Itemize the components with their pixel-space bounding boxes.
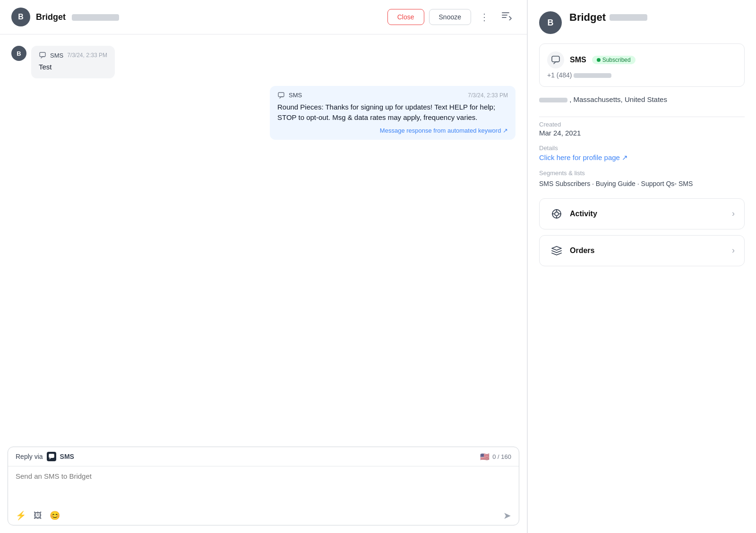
svg-rect-2	[49, 454, 54, 458]
activity-card[interactable]: Activity ›	[539, 198, 745, 229]
char-count: 🇺🇸 0 / 160	[480, 452, 511, 461]
reply-textarea[interactable]	[8, 466, 519, 504]
more-options-button[interactable]: ⋮	[476, 9, 493, 25]
message-meta: SMS 7/3/24, 2:33 PM	[39, 51, 107, 59]
details-section: Details Click here for profile page ↗	[539, 144, 745, 162]
snooze-button[interactable]: Snooze	[429, 9, 471, 25]
contact-name: Bridget	[36, 12, 382, 22]
created-section: Created Mar 24, 2021	[539, 121, 745, 137]
sms-small-icon	[47, 452, 56, 461]
right-contact-avatar: B	[539, 11, 562, 34]
sms-phone-number: +1 (484)	[547, 71, 737, 79]
outgoing-message-meta: SMS 7/3/24, 2:33 PM	[277, 92, 508, 99]
char-count-value: 0 / 160	[492, 453, 511, 460]
svg-rect-0	[40, 52, 45, 57]
reply-sms-label: SMS	[60, 453, 74, 460]
dots-icon: ⋮	[480, 11, 489, 23]
created-date: Mar 24, 2021	[539, 129, 745, 137]
send-icon: ➤	[503, 510, 511, 521]
segments-section: Segments & lists SMS Subscribers · Buyin…	[539, 169, 745, 189]
right-name-redacted	[610, 14, 647, 21]
reply-header: Reply via SMS 🇺🇸 0 / 160	[8, 447, 519, 466]
orders-icon	[549, 243, 564, 258]
conversation-header: B Bridget Close Snooze ⋮	[0, 0, 527, 34]
sms-card-icon	[547, 51, 564, 68]
profile-page-link[interactable]: Click here for profile page ↗	[539, 153, 745, 162]
sms-card-header: SMS Subscribed	[547, 51, 737, 68]
right-panel: B Bridget SMS Subscribed +1 (484)	[527, 0, 756, 533]
location-section: , Massachusetts, United States	[539, 94, 745, 105]
details-label: Details	[539, 144, 745, 152]
message-row-incoming: B SMS 7/3/24, 2:33 PM Test	[11, 46, 515, 78]
phone-redacted	[574, 73, 611, 78]
subscribed-badge: Subscribed	[592, 56, 636, 64]
outgoing-sms-channel-icon	[277, 92, 285, 99]
message-row-outgoing: SMS 7/3/24, 2:33 PM Round Pieces: Thanks…	[11, 86, 515, 140]
emoji-button[interactable]: 😊	[50, 510, 60, 521]
message-timestamp: 7/3/24, 2:33 PM	[67, 52, 107, 59]
left-panel: B Bridget Close Snooze ⋮ B	[0, 0, 527, 533]
divider-1	[539, 117, 745, 117]
profile-link-text: Click here for profile page	[539, 153, 620, 161]
outgoing-message-bubble: SMS 7/3/24, 2:33 PM Round Pieces: Thanks…	[270, 86, 515, 140]
name-redacted	[72, 14, 119, 21]
incoming-message-bubble: SMS 7/3/24, 2:33 PM Test	[31, 46, 115, 78]
emoji-icon: 😊	[50, 510, 60, 521]
close-button[interactable]: Close	[387, 9, 424, 25]
sms-channel-icon	[39, 51, 46, 59]
right-contact-name: Bridget	[569, 11, 647, 24]
message-avatar: B	[11, 46, 26, 61]
outgoing-message-timestamp: 7/3/24, 2:33 PM	[468, 92, 508, 99]
header-actions: Close Snooze ⋮	[387, 9, 515, 25]
assign-icon	[501, 12, 512, 23]
location-text: , Massachusetts, United States	[539, 94, 745, 105]
subscribed-label: Subscribed	[602, 57, 631, 63]
quick-replies-button[interactable]: ⚡	[16, 510, 26, 521]
activity-icon	[549, 206, 564, 221]
svg-point-5	[555, 212, 558, 216]
lightning-icon: ⚡	[16, 510, 26, 521]
image-button[interactable]: 🖼	[34, 511, 42, 521]
location-redacted	[539, 98, 567, 102]
orders-chevron-icon: ›	[732, 245, 735, 255]
reply-toolbar: ⚡ 🖼 😊 ➤	[8, 506, 519, 525]
external-link-icon: ↗	[503, 127, 508, 134]
created-label: Created	[539, 121, 745, 128]
reply-box: Reply via SMS 🇺🇸 0 / 160 ⚡ 🖼 😊	[8, 447, 519, 525]
right-header: B Bridget	[539, 11, 745, 34]
segments-label: Segments & lists	[539, 169, 745, 177]
subscribed-dot	[597, 58, 601, 62]
activity-label: Activity	[570, 210, 726, 218]
sms-card-title: SMS	[570, 56, 586, 64]
outgoing-channel-label: SMS	[289, 92, 302, 99]
send-button[interactable]: ➤	[503, 510, 511, 521]
svg-rect-3	[552, 56, 559, 62]
message-text: Test	[39, 62, 107, 73]
image-icon: 🖼	[34, 511, 42, 521]
chat-area: B SMS 7/3/24, 2:33 PM Test	[0, 34, 527, 447]
orders-card[interactable]: Orders ›	[539, 235, 745, 266]
segments-text: SMS Subscribers · Buying Guide · Support…	[539, 178, 745, 189]
contact-avatar: B	[11, 8, 30, 26]
external-link-icon: ↗	[622, 153, 628, 162]
sms-contact-card: SMS Subscribed +1 (484)	[539, 43, 745, 87]
channel-label: SMS	[50, 52, 63, 59]
flag-icon: 🇺🇸	[480, 452, 490, 461]
assign-button[interactable]	[498, 10, 515, 25]
outgoing-message-text: Round Pieces: Thanks for signing up for …	[277, 102, 508, 123]
reply-via-label: Reply via	[16, 453, 43, 460]
automated-keyword-link[interactable]: Message response from automated keyword …	[277, 127, 508, 134]
activity-chevron-icon: ›	[732, 209, 735, 219]
orders-label: Orders	[570, 246, 726, 255]
svg-rect-1	[278, 93, 284, 97]
